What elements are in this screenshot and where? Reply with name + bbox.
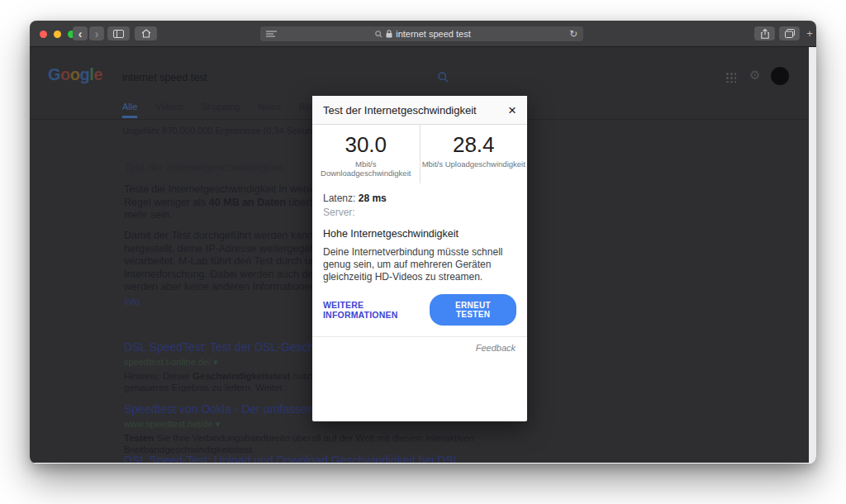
- feedback-link[interactable]: Feedback: [312, 337, 527, 353]
- tabs-icon: [785, 29, 795, 38]
- close-window-button[interactable]: [40, 31, 47, 38]
- search-input[interactable]: internet speed test: [122, 72, 207, 83]
- download-value: 30.0: [312, 132, 420, 158]
- info-link[interactable]: Info: [124, 297, 140, 307]
- page-content: Google internet speed test ⚙ Alle Videos…: [30, 47, 816, 463]
- speed-verdict: Hohe Internetgeschwindigkeit: [323, 228, 516, 240]
- result-title-link[interactable]: DSL Speed-Test: Upload und Download Gesc…: [124, 454, 511, 463]
- apps-grid-icon[interactable]: [725, 72, 736, 83]
- new-tab-button[interactable]: +: [803, 26, 816, 40]
- result-stats: Ungefähr 870.000.000 Ergebnisse (0,34 Se…: [122, 126, 330, 136]
- dialog-info: Latenz: 28 ms Server: Hohe Internetgesch…: [312, 183, 527, 283]
- search-tabs: Alle Videos Shopping News Bilder: [122, 102, 322, 118]
- tab-news[interactable]: News: [258, 102, 281, 118]
- browser-window: ‹ › intern: [30, 21, 816, 464]
- address-text: internet speed test: [396, 29, 471, 39]
- gear-icon[interactable]: ⚙: [749, 69, 760, 81]
- browser-titlebar: ‹ › intern: [30, 21, 816, 47]
- dialog-title: Test der Internetgeschwindigkeit: [323, 104, 477, 116]
- upload-value: 28.4: [421, 132, 528, 158]
- dialog-actions: WEITERE INFORMATIONEN ERNEUT TESTEN: [312, 294, 527, 326]
- home-icon: [141, 29, 151, 38]
- address-bar[interactable]: internet speed test ↻: [260, 26, 583, 41]
- search-result-3: DSL Speed-Test: Upload und Download Gesc…: [124, 454, 511, 463]
- speedtest-dialog: Test der Internetgeschwindigkeit × 30.0 …: [312, 96, 527, 421]
- dropdown-arrow-icon[interactable]: ▾: [213, 357, 218, 367]
- search-icon: [375, 31, 383, 38]
- google-logo: Google: [48, 65, 102, 84]
- dropdown-arrow-icon[interactable]: ▾: [216, 419, 221, 429]
- retest-button[interactable]: ERNEUT TESTEN: [430, 294, 516, 326]
- more-info-button[interactable]: WEITERE INFORMATIONEN: [323, 300, 430, 320]
- widget-heading: Test der Internetgeschwindigkeit: [124, 161, 283, 174]
- home-button[interactable]: [135, 26, 157, 40]
- back-icon: ‹: [78, 28, 83, 40]
- reader-icon[interactable]: [266, 31, 277, 38]
- download-speed: 30.0 Mbit/s Downloadgeschwindigkeit: [312, 125, 420, 183]
- latency-row: Latenz: 28 ms: [323, 193, 516, 204]
- traffic-lights: [40, 31, 75, 38]
- result-snippet-line: Testen Sie Ihre Verbindungsbandbreite üb…: [124, 433, 511, 445]
- share-button[interactable]: [754, 26, 775, 40]
- share-icon: [761, 29, 769, 39]
- speed-results: 30.0 Mbit/s Downloadgeschwindigkeit 28.4…: [312, 125, 527, 183]
- speed-description: Deine Internetverbindung müsste schnell …: [323, 246, 516, 283]
- tab-videos[interactable]: Videos: [155, 102, 183, 118]
- download-label: Mbit/s Downloadgeschwindigkeit: [312, 159, 420, 178]
- avatar[interactable]: [771, 67, 789, 85]
- search-submit-icon[interactable]: [438, 72, 449, 83]
- upload-label: Mbit/s Uploadgeschwindigkeit: [421, 159, 528, 169]
- forward-icon: ›: [95, 28, 99, 40]
- dialog-header: Test der Internetgeschwindigkeit ×: [312, 96, 527, 125]
- server-row: Server:: [323, 207, 516, 218]
- reload-icon[interactable]: ↻: [569, 28, 577, 40]
- sidebar-icon: [113, 30, 124, 38]
- sidebar-button[interactable]: [107, 26, 130, 40]
- upload-speed: 28.4 Mbit/s Uploadgeschwindigkeit: [420, 125, 528, 183]
- lock-icon: [386, 30, 392, 38]
- tab-overview-button[interactable]: [779, 26, 800, 40]
- back-button[interactable]: ‹: [73, 26, 88, 40]
- forward-button[interactable]: ›: [89, 26, 104, 40]
- tab-shopping[interactable]: Shopping: [202, 102, 240, 118]
- tab-alle[interactable]: Alle: [122, 102, 137, 118]
- page-scrollbar[interactable]: [809, 47, 816, 463]
- close-icon[interactable]: ×: [508, 103, 516, 117]
- minimize-window-button[interactable]: [54, 31, 61, 38]
